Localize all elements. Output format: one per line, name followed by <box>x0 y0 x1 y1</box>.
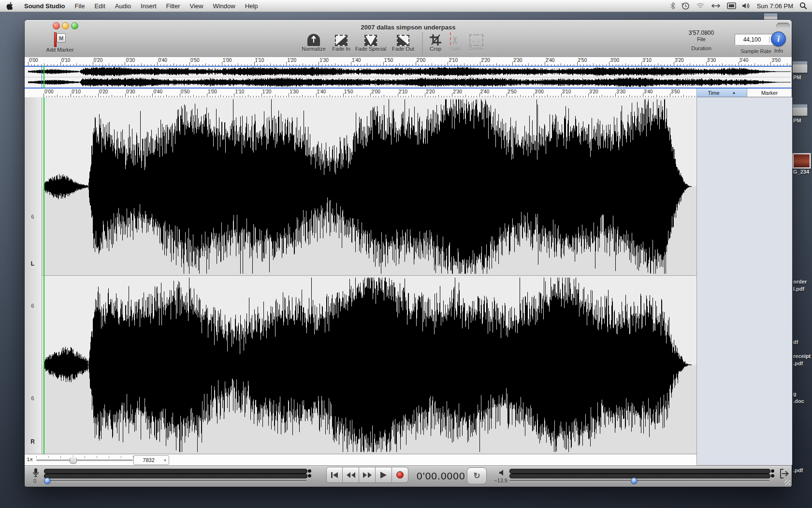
crop-button[interactable]: Crop <box>426 31 445 52</box>
markers-list-panel[interactable] <box>696 97 792 465</box>
time-machine-icon[interactable] <box>682 2 690 10</box>
ruler-label: 0'30 <box>126 89 135 94</box>
input-volume-thumb[interactable] <box>44 478 51 484</box>
ruler-major-tick <box>507 93 507 97</box>
ruler-label: 3'30 <box>707 58 716 63</box>
main-ruler[interactable]: 0'000'100'200'300'400'501'001'101'201'30… <box>25 89 696 98</box>
desktop-icon-label[interactable]: df <box>793 339 798 346</box>
zoom-level-dropdown[interactable]: 7832 ▼ <box>133 455 169 465</box>
desktop-icon-label[interactable]: G_234 <box>793 168 809 176</box>
dropdown-arrow-icon: ▼ <box>163 459 169 462</box>
fade-out-icon <box>397 35 409 46</box>
menu-item-audio[interactable]: Audio <box>110 0 136 12</box>
ruler-label: 1'00 <box>208 89 217 94</box>
menu-item-insert[interactable]: Insert <box>136 0 161 12</box>
crop-icon <box>430 34 441 46</box>
ruler-label: 1'20 <box>262 89 272 94</box>
desktop-icon-label[interactable]: g .doc <box>793 390 804 405</box>
ruler-major-tick <box>286 62 287 66</box>
desktop-file-icon[interactable] <box>792 104 808 116</box>
ruler-major-tick <box>316 93 317 97</box>
markers-marker-header[interactable]: Marker <box>747 89 792 97</box>
fast-forward-button[interactable] <box>359 467 376 483</box>
menu-clock[interactable]: Sun 7:06 PM <box>757 2 793 10</box>
ruler-major-tick <box>512 62 513 66</box>
ruler-major-tick <box>71 93 71 97</box>
resize-grip[interactable] <box>784 479 790 485</box>
zoom-slider-track[interactable] <box>36 460 133 461</box>
keyboard-access-icon[interactable] <box>711 3 721 9</box>
crop-label: Crop <box>426 46 445 52</box>
time-header-label: Time <box>708 90 720 96</box>
waveform-canvas[interactable] <box>42 97 696 454</box>
fade-special-button[interactable]: Fade Special <box>352 31 389 52</box>
fade-out-button[interactable]: Fade Out <box>389 31 418 52</box>
apple-icon <box>6 2 13 10</box>
ruler-label: 1'10 <box>255 58 264 63</box>
menu-item-help[interactable]: Help <box>240 0 263 12</box>
menu-item-view[interactable]: View <box>185 0 208 12</box>
eject-drawer-icon[interactable] <box>780 468 789 479</box>
wifi-icon[interactable] <box>696 2 705 9</box>
ruler-major-tick <box>609 62 609 66</box>
desktop-icon-label[interactable]: PM <box>793 74 801 81</box>
add-marker-label: Add Marker <box>33 47 87 53</box>
ruler-major-tick <box>44 93 44 97</box>
ruler-major-tick <box>189 62 190 66</box>
input-volume-track[interactable] <box>44 480 306 481</box>
ruler-major-tick <box>207 93 207 97</box>
ruler-label: 2'20 <box>481 58 490 63</box>
output-volume-thumb[interactable] <box>631 478 638 484</box>
rewind-button[interactable] <box>343 467 359 483</box>
ruler-label: 0'50 <box>190 58 200 63</box>
menu-item-edit[interactable]: Edit <box>89 0 110 12</box>
add-marker-button[interactable]: M Add Marker <box>33 31 87 53</box>
displays-icon[interactable] <box>727 2 736 9</box>
markers-time-header[interactable]: Time ▲ <box>696 89 747 97</box>
fade-in-button[interactable]: Fade In <box>328 31 354 52</box>
left-channel-label: L <box>25 260 41 267</box>
record-button[interactable] <box>392 467 408 483</box>
apple-menu[interactable] <box>0 0 19 12</box>
ruler-major-tick <box>588 93 589 97</box>
spotlight-icon[interactable] <box>799 2 807 10</box>
ruler-label: 1'40 <box>317 89 326 94</box>
desktop-icon-label[interactable]: receipt .pdf <box>793 353 811 367</box>
output-meter-right <box>509 474 770 478</box>
overview-waveform[interactable] <box>25 66 792 89</box>
normalize-icon <box>307 34 320 46</box>
ruler-major-tick <box>125 62 125 66</box>
menu-item-file[interactable]: File <box>70 0 89 12</box>
loop-button[interactable]: ↻ <box>467 467 487 484</box>
info-button[interactable]: i Info <box>771 31 786 54</box>
overview-ruler[interactable]: 0'000'100'200'300'400'501'001'101'201'30… <box>25 57 792 66</box>
ruler-major-tick <box>180 93 180 97</box>
normalize-button[interactable]: Normalize <box>297 31 331 52</box>
volume-icon[interactable] <box>742 2 751 9</box>
meter-peak-dot <box>771 474 774 478</box>
ruler-major-tick <box>383 62 384 66</box>
play-button[interactable] <box>376 467 392 483</box>
ruler-label: 3'00 <box>535 89 544 94</box>
toolbar-toggle-capsule[interactable] <box>776 23 790 29</box>
desktop-photo-icon[interactable] <box>792 153 811 169</box>
title-bar[interactable]: 2007 dallas simpson underpass M Add Mark… <box>25 20 792 58</box>
desktop-icon-label[interactable]: PM <box>793 117 801 124</box>
desktop-file-icon[interactable] <box>792 61 808 73</box>
desktop-icon-label[interactable]: .pdf <box>793 467 803 474</box>
output-meter-left <box>509 469 770 474</box>
bluetooth-icon[interactable] <box>670 2 675 10</box>
ruler-label: 2'40 <box>546 58 555 63</box>
zoom-slider-ticks <box>36 454 133 458</box>
menu-item-sound-studio[interactable]: Sound Studio <box>19 0 70 12</box>
ruler-label: 0'40 <box>153 89 162 94</box>
ruler-label: 2'10 <box>449 58 458 63</box>
go-to-start-button[interactable] <box>326 467 343 483</box>
menu-item-window[interactable]: Window <box>208 0 240 12</box>
output-volume-track[interactable] <box>509 480 769 481</box>
menu-item-filter[interactable]: Filter <box>161 0 185 12</box>
desktop-icon-label[interactable]: order l.pdf <box>793 278 807 293</box>
ruler-label: 3'30 <box>616 89 625 94</box>
delete-button: → ← Delete <box>465 31 487 52</box>
ruler-major-tick <box>425 93 425 97</box>
